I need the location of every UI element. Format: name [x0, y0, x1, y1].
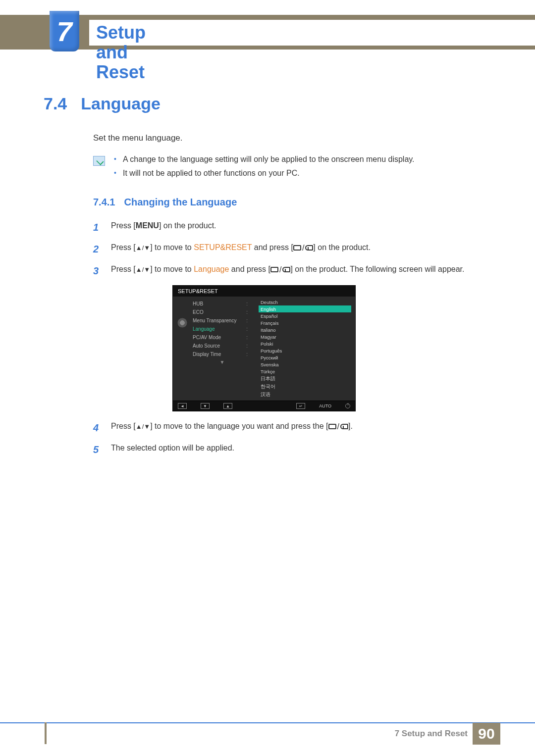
note-block: A change to the language setting will on…: [93, 155, 500, 183]
step-5: 5 The selected option will be applied.: [93, 442, 500, 457]
step-2: 2 Press [▲/▼] to move to SETUP&RESET and…: [93, 242, 500, 256]
section-number: 7.4: [44, 94, 67, 113]
highlight-setup-reset: SETUP&RESET: [194, 243, 252, 252]
source-enter-icon: /: [270, 264, 290, 276]
osd-language-item: Magyar: [259, 333, 351, 340]
step-number: 5: [93, 442, 102, 457]
up-down-icon: ▲/▼: [136, 265, 150, 275]
subsection-heading: 7.4.1 Changing the Language: [93, 197, 500, 208]
step-text: Press [▲/▼] to move to SETUP&RESET and p…: [111, 242, 371, 256]
page-number: 90: [473, 723, 500, 745]
osd-menu-item: HUB: [193, 300, 252, 308]
osd-screenshot: SETUP&RESET HUBECOMenu TransparencyLangu…: [172, 285, 500, 411]
osd-title: SETUP&RESET: [173, 286, 355, 297]
text: ].: [348, 422, 353, 430]
section-intro: Set the menu language.: [93, 133, 500, 143]
osd-menu-item: Auto Source: [193, 342, 252, 350]
osd-footer: ◄ ▼ ▲ ↵ AUTO: [173, 401, 355, 411]
page-footer: 7 Setup and Reset 90: [0, 722, 535, 744]
step-3: 3 Press [▲/▼] to move to Language and pr…: [93, 263, 500, 278]
osd-language-item: 汉语: [259, 391, 351, 399]
text: Press [: [111, 265, 136, 273]
section-heading: 7.4 Language: [44, 94, 500, 113]
osd-language-list: DeutschEnglishEspañolFrançaisItalianoMag…: [255, 297, 355, 401]
chapter-number-badge: 7: [50, 11, 79, 51]
osd-language-item: Português: [259, 347, 351, 354]
osd-language-item: Türkçe: [259, 368, 351, 375]
osd-enter-icon: ↵: [296, 403, 305, 409]
osd-up-icon: ▲: [223, 403, 232, 409]
text: ] on the product.: [313, 243, 371, 252]
osd-language-item: English: [259, 305, 351, 312]
osd-language-item: Polski: [259, 340, 351, 347]
step-list: 1 Press [MENU] on the product. 2 Press […: [93, 220, 500, 457]
text: Press [: [111, 243, 136, 252]
step-1: 1 Press [MENU] on the product.: [93, 220, 500, 235]
step-number: 2: [93, 242, 102, 256]
osd-language-item: 日本語: [259, 375, 351, 383]
up-down-icon: ▲/▼: [136, 422, 150, 432]
step-4: 4 Press [▲/▼] to move to the language yo…: [93, 420, 500, 435]
highlight-language: Language: [194, 265, 229, 273]
osd-language-item: Svenska: [259, 361, 351, 368]
note-list: A change to the language setting will on…: [114, 155, 415, 183]
note-item: It will not be applied to other function…: [114, 169, 415, 178]
footer-accent: [45, 722, 47, 744]
text: ] on the product.: [159, 221, 216, 230]
note-icon: [93, 156, 105, 166]
gear-icon: [177, 317, 188, 328]
step-number: 1: [93, 220, 102, 235]
text: Press [: [111, 422, 136, 430]
text: and press [: [229, 265, 270, 273]
step-text: Press [▲/▼] to move to Language and pres…: [111, 263, 464, 278]
osd-language-item: Deutsch: [259, 299, 351, 305]
text: ] on the product. The following screen w…: [290, 265, 464, 273]
osd-menu-item: Menu Transparency: [193, 316, 252, 325]
up-down-icon: ▲/▼: [136, 243, 150, 253]
osd-language-item: Italiano: [259, 326, 351, 333]
text: ] to move to: [150, 265, 194, 273]
osd-menu-item: Display Time: [193, 350, 252, 358]
step-text: Press [MENU] on the product.: [111, 220, 216, 235]
step-number: 3: [93, 263, 102, 278]
footer-chapter-label: 7 Setup and Reset: [395, 729, 468, 739]
text: ] to move to: [150, 243, 194, 252]
power-icon: [345, 403, 350, 408]
chapter-title: Setup and Reset: [89, 20, 535, 46]
page-content: 7.4 Language Set the menu language. A ch…: [44, 94, 500, 464]
osd-language-item: Русский: [259, 354, 351, 361]
osd-language-item: Español: [259, 312, 351, 319]
osd-back-icon: ◄: [178, 403, 187, 409]
step-text: Press [▲/▼] to move to the language you …: [111, 420, 353, 435]
step-text: The selected option will be applied.: [111, 442, 234, 457]
source-enter-icon: /: [328, 421, 348, 433]
subsection-number: 7.4.1: [93, 197, 115, 208]
note-item: A change to the language setting will on…: [114, 155, 415, 164]
text: and press [: [252, 243, 293, 252]
osd-menu-item: PC/AV Mode: [193, 333, 252, 342]
text: Press [: [111, 221, 136, 230]
osd-auto-label: AUTO: [319, 403, 331, 408]
source-enter-icon: /: [293, 242, 313, 254]
menu-key: MENU: [136, 221, 159, 230]
text: ] to move to the language you want and p…: [150, 422, 328, 430]
subsection-title: Changing the Language: [124, 197, 237, 208]
section-title: Language: [81, 94, 160, 113]
osd-menu-item: ECO: [193, 308, 252, 316]
osd-language-item: 한국어: [259, 383, 351, 391]
osd-menu-item: Language: [193, 325, 252, 333]
osd-menu-left: HUBECOMenu TransparencyLanguagePC/AV Mod…: [173, 297, 255, 401]
osd-language-item: Français: [259, 319, 351, 326]
step-number: 4: [93, 420, 102, 435]
chevron-down-icon: ▼: [193, 358, 252, 365]
osd-down-icon: ▼: [201, 403, 210, 409]
